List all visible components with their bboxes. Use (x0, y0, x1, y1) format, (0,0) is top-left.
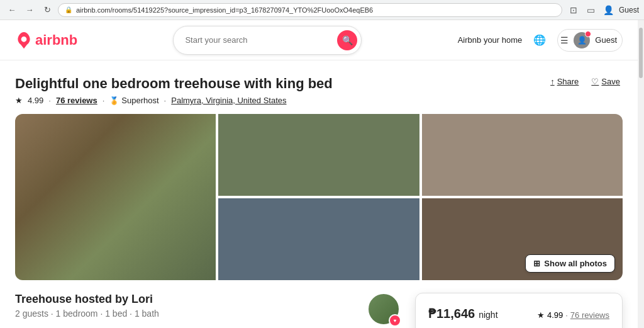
superhost-label: Superhost (121, 96, 158, 105)
dot-separator-3: · (164, 96, 167, 105)
profile-icon[interactable]: 👤 (601, 3, 616, 18)
photo-main[interactable] (15, 114, 216, 280)
booking-card: ₱11,646 night ★ 4.99 · 76 reviews CHECK-… (415, 293, 623, 328)
airbnb-logo[interactable]: airbnb (15, 31, 77, 49)
header-right: Airbnb your home 🌐 ☰ 👤 Guest (458, 29, 623, 52)
scrollbar-thumb[interactable] (639, 28, 643, 78)
profile-label: Guest (619, 6, 639, 14)
heart-icon: ♡ (591, 77, 599, 86)
listing-meta: ★ 4.99 · 76 reviews · 🏅 Superhost · Palm… (15, 96, 623, 105)
save-button[interactable]: ♡ Save (589, 76, 623, 88)
listing-details: 2 guests · 1 bedroom · 1 bed · 1 bath (15, 308, 159, 319)
location-link[interactable]: Palmyra, Virginia, United States (171, 96, 286, 105)
photo-top-right[interactable] (218, 114, 419, 196)
cast-icon[interactable]: ⊡ (566, 3, 581, 18)
listing-bottom: Treehouse hosted by Lori 2 guests · 1 be… (15, 293, 623, 328)
grid-icon: ⊞ (533, 259, 540, 268)
share-button[interactable]: ↑ Share (548, 76, 581, 88)
dot-separator-2: · (103, 96, 105, 105)
booking-night: night (479, 310, 497, 320)
airbnb-home-link[interactable]: Airbnb your home (458, 35, 523, 45)
save-label: Save (601, 77, 620, 86)
share-icon: ↑ (550, 77, 555, 86)
booking-dot: · (565, 310, 568, 320)
share-label: Share (557, 77, 579, 86)
dot-separator: · (48, 96, 51, 105)
search-placeholder-text: Start your search (185, 35, 332, 45)
rating-value: 4.99 (28, 96, 43, 105)
lock-icon: 🔒 (65, 6, 72, 13)
photo-bottom-right[interactable]: ⊞ Show all photos (422, 198, 623, 280)
refresh-button[interactable]: ↻ (40, 3, 54, 17)
reviews-link[interactable]: 76 reviews (56, 96, 97, 105)
show-all-photos-button[interactable]: ⊞ Show all photos (525, 254, 615, 273)
host-avatar-badge: ♥ (389, 314, 401, 327)
booking-rating-value: 4.99 (547, 310, 563, 320)
logo-text: airbnb (35, 32, 77, 48)
booking-star-icon: ★ (537, 310, 545, 320)
photo-grid: ⊞ Show all photos (15, 114, 623, 280)
user-menu-button[interactable]: ☰ 👤 Guest (557, 29, 623, 52)
photo-far-top-right[interactable] (422, 114, 623, 196)
listing-info: Treehouse hosted by Lori 2 guests · 1 be… (15, 293, 400, 328)
page-content: airbnb Start your search 🔍 Airbnb your h… (0, 20, 644, 328)
listing-title-row: Delightful one bedroom treehouse with ki… (15, 76, 623, 92)
browser-chrome: ← → ↻ 🔒 airbnb.com/rooms/51419225?source… (0, 0, 644, 20)
tab-search-icon[interactable]: ▭ (584, 3, 599, 18)
airbnb-header: airbnb Start your search 🔍 Airbnb your h… (0, 20, 638, 60)
scrollbar[interactable] (638, 20, 644, 328)
photo-bottom-middle[interactable] (218, 198, 419, 280)
search-bar-inner[interactable]: Start your search 🔍 (173, 26, 362, 55)
url-text: airbnb.com/rooms/51419225?source_impress… (76, 6, 373, 14)
back-button[interactable]: ← (5, 3, 19, 17)
notification-badge (585, 31, 591, 37)
avatar: 👤 (574, 32, 590, 48)
booking-reviews-link[interactable]: 76 reviews (570, 310, 609, 320)
listing-content: Delightful one bedroom treehouse with ki… (0, 60, 638, 328)
search-button[interactable]: 🔍 (337, 30, 357, 50)
avatar-icon: 👤 (577, 36, 587, 45)
heart-badge-icon: ♥ (394, 318, 397, 324)
booking-rating: ★ 4.99 · 76 reviews (537, 310, 609, 320)
star-icon: ★ (15, 96, 23, 105)
browser-right-icons: ⊡ ▭ 👤 Guest (566, 3, 639, 18)
globe-icon: 🌐 (533, 34, 546, 46)
host-title: Treehouse hosted by Lori (15, 293, 159, 306)
booking-price: ₱11,646 (428, 306, 475, 321)
hamburger-icon: ☰ (560, 35, 569, 45)
search-icon: 🔍 (342, 35, 353, 45)
booking-price-row: ₱11,646 night ★ 4.99 · 76 reviews (428, 306, 609, 321)
superhost-icon: 🏅 (109, 96, 119, 105)
globe-button[interactable]: 🌐 (530, 30, 550, 50)
url-bar[interactable]: 🔒 airbnb.com/rooms/51419225?source_impre… (58, 3, 562, 17)
listing-title: Delightful one bedroom treehouse with ki… (15, 76, 333, 92)
host-avatar-container: ♥ (367, 293, 400, 325)
show-photos-label: Show all photos (544, 259, 607, 268)
superhost-badge: 🏅 Superhost (109, 96, 158, 105)
forward-button[interactable]: → (23, 3, 36, 17)
guest-label: Guest (595, 35, 617, 45)
title-actions: ↑ Share ♡ Save (548, 76, 623, 88)
search-bar: Start your search 🔍 (87, 26, 447, 55)
